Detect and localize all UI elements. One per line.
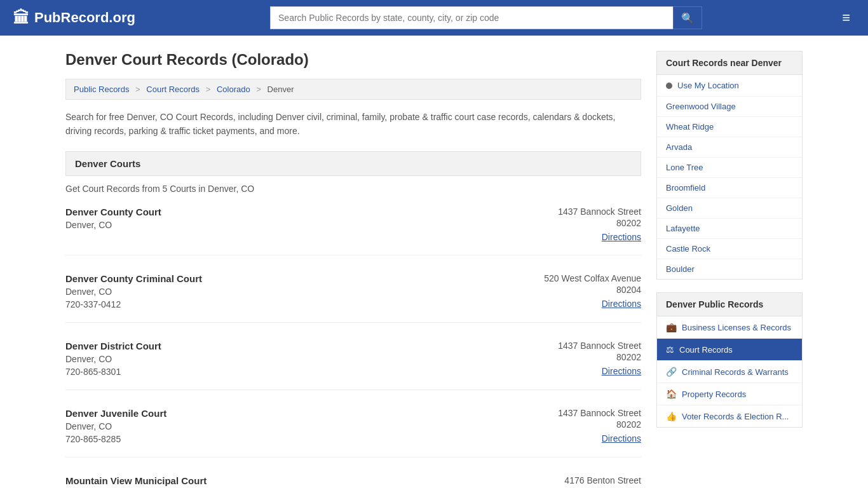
courts-list: Denver County CourtDenver, CO1437 Bannoc…	[65, 207, 641, 488]
nearby-city-item[interactable]: Greenwood Village	[657, 97, 802, 117]
directions-link[interactable]: Directions	[602, 232, 641, 242]
record-label: Business Licenses & Records	[682, 323, 791, 332]
court-info: Denver County Criminal CourtDenver, CO72…	[65, 273, 202, 309]
nearby-city-item[interactable]: Golden	[657, 198, 802, 219]
use-my-location-button[interactable]: Use My Location	[657, 75, 802, 97]
court-street: 520 West Colfax Avenue	[514, 273, 641, 283]
page-title: Denver Court Records (Colorado)	[65, 51, 641, 69]
page-description: Search for free Denver, CO Court Records…	[65, 110, 641, 139]
court-phone: 720-865-8285	[65, 434, 166, 444]
record-label: Criminal Records & Warrants	[682, 367, 789, 377]
court-name: Denver District Court	[65, 341, 161, 351]
record-label: Voter Records & Election R...	[682, 412, 789, 421]
court-phone: 720-337-0412	[65, 299, 202, 309]
breadcrumb-sep-2: >	[206, 85, 211, 94]
court-address: 4176 Benton Street80212Directions	[514, 475, 641, 488]
sidebar-nearby-section: Use My Location Greenwood VillageWheat R…	[656, 75, 803, 280]
nearby-city-item[interactable]: Broomfield	[657, 178, 802, 198]
sidebar-record-item[interactable]: ⚖Court Records	[657, 339, 802, 361]
use-location-label: Use My Location	[677, 81, 739, 90]
court-street: 1437 Bannock Street	[514, 408, 641, 418]
court-info: Mountain View Municipal CourtDenver, CO3…	[65, 475, 207, 488]
record-label: Court Records	[679, 345, 733, 355]
nearby-city-item[interactable]: Wheat Ridge	[657, 117, 802, 137]
sidebar-nearby-title: Court Records near Denver	[656, 51, 803, 75]
court-entry: Denver District CourtDenver, CO720-865-8…	[65, 341, 641, 390]
court-zip: 80202	[514, 352, 641, 362]
courts-section-header: Denver Courts	[65, 151, 641, 176]
directions-link[interactable]: Directions	[602, 299, 641, 309]
breadcrumb-court-records[interactable]: Court Records	[146, 85, 200, 94]
court-entry: Denver County CourtDenver, CO1437 Bannoc…	[65, 207, 641, 255]
court-address: 1437 Bannock Street80202Directions	[514, 341, 641, 377]
court-phone: 720-865-8301	[65, 367, 161, 377]
search-input[interactable]	[270, 6, 673, 29]
record-icon: 🔗	[666, 367, 677, 377]
breadcrumb: Public Records > Court Records > Colorad…	[65, 79, 641, 100]
record-label: Property Records	[682, 390, 746, 399]
main-content: Denver Court Records (Colorado) Public R…	[65, 51, 641, 488]
sidebar-record-item[interactable]: 🏠Property Records	[657, 383, 802, 405]
court-info: Denver Juvenile CourtDenver, CO720-865-8…	[65, 408, 166, 444]
court-city: Denver, CO	[65, 287, 202, 297]
nearby-city-item[interactable]: Arvada	[657, 137, 802, 158]
sidebar-record-item[interactable]: 🔗Criminal Records & Warrants	[657, 361, 802, 383]
sidebar-record-item[interactable]: 👍Voter Records & Election R...	[657, 405, 802, 427]
court-zip: 80202	[514, 218, 641, 228]
court-entry: Mountain View Municipal CourtDenver, CO3…	[65, 475, 641, 488]
sidebar-record-item[interactable]: 💼Business Licenses & Records	[657, 316, 802, 339]
site-logo[interactable]: 🏛 PubRecord.org	[13, 8, 135, 28]
court-address: 1437 Bannock Street80202Directions	[514, 408, 641, 444]
court-name: Denver Juvenile Court	[65, 408, 166, 419]
site-header: 🏛 PubRecord.org 🔍 ≡	[0, 0, 868, 36]
menu-button[interactable]: ≡	[837, 7, 855, 29]
sidebar: Court Records near Denver Use My Locatio…	[656, 51, 803, 488]
court-name: Mountain View Municipal Court	[65, 475, 207, 486]
court-street: 4176 Benton Street	[514, 475, 641, 485]
court-zip: 80204	[514, 285, 641, 295]
court-zip: 80202	[514, 419, 641, 430]
main-container: Denver Court Records (Colorado) Public R…	[53, 36, 815, 488]
nearby-city-item[interactable]: Lone Tree	[657, 158, 802, 178]
logo-text: PubRecord.org	[34, 10, 135, 26]
courts-count: Get Court Records from 5 Courts in Denve…	[65, 184, 641, 194]
court-entry: Denver County Criminal CourtDenver, CO72…	[65, 273, 641, 323]
court-city: Denver, CO	[65, 421, 166, 431]
court-street: 1437 Bannock Street	[514, 207, 641, 217]
breadcrumb-colorado[interactable]: Colorado	[217, 85, 250, 94]
directions-link[interactable]: Directions	[602, 433, 641, 444]
breadcrumb-public-records[interactable]: Public Records	[74, 85, 129, 94]
directions-link[interactable]: Directions	[602, 366, 641, 376]
court-name: Denver County Criminal Court	[65, 273, 202, 284]
nearby-city-item[interactable]: Boulder	[657, 259, 802, 279]
court-info: Denver District CourtDenver, CO720-865-8…	[65, 341, 161, 377]
search-bar: 🔍	[270, 6, 702, 29]
nearby-cities-list: Greenwood VillageWheat RidgeArvadaLone T…	[657, 97, 802, 279]
court-address: 1437 Bannock Street80202Directions	[514, 207, 641, 242]
nearby-city-item[interactable]: Castle Rock	[657, 239, 802, 259]
court-name: Denver County Court	[65, 207, 161, 217]
search-button[interactable]: 🔍	[673, 6, 702, 29]
record-icon: 👍	[666, 411, 677, 421]
logo-icon: 🏛	[13, 8, 29, 28]
breadcrumb-denver: Denver	[268, 85, 294, 94]
record-icon: 🏠	[666, 389, 677, 399]
breadcrumb-sep-3: >	[256, 85, 261, 94]
court-address: 520 West Colfax Avenue80204Directions	[514, 273, 641, 309]
court-city: Denver, CO	[65, 220, 161, 230]
record-icon: 💼	[666, 322, 677, 332]
nearby-city-item[interactable]: Lafayette	[657, 219, 802, 239]
sidebar-records-list: 💼Business Licenses & Records⚖Court Recor…	[656, 316, 803, 428]
court-city: Denver, CO	[65, 354, 161, 364]
court-info: Denver County CourtDenver, CO	[65, 207, 161, 242]
court-street: 1437 Bannock Street	[514, 341, 641, 351]
court-entry: Denver Juvenile CourtDenver, CO720-865-8…	[65, 408, 641, 458]
sidebar-public-records-title: Denver Public Records	[656, 292, 803, 316]
record-icon: ⚖	[666, 344, 674, 355]
location-dot-icon	[666, 83, 672, 89]
breadcrumb-sep-1: >	[135, 85, 140, 94]
